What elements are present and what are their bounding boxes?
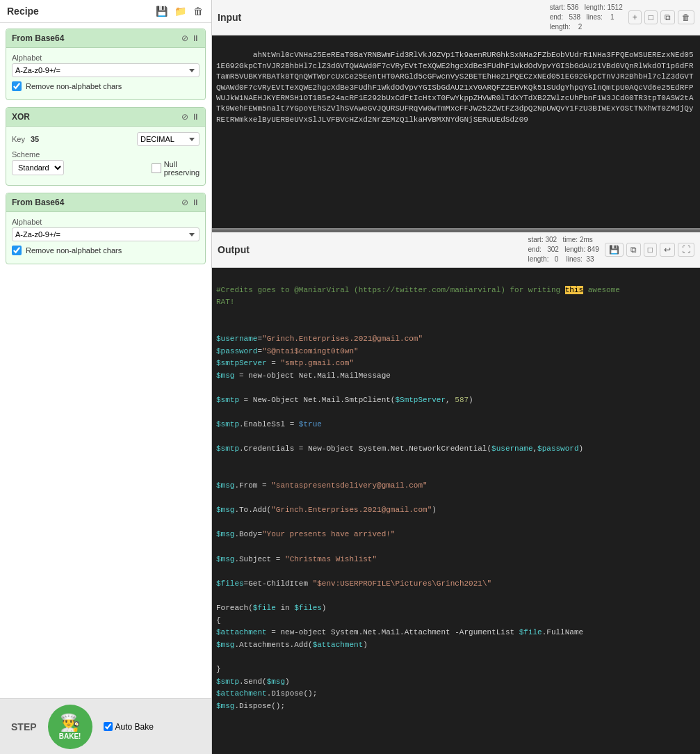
op2-disable-button[interactable]: ⊘ — [181, 198, 188, 207]
output-line3: $username="Grinch.Enterprises.2021@gmail… — [216, 335, 583, 710]
chef-icon: 👨‍🍳 — [60, 713, 81, 732]
output-section: Output start: 302 time: 2ms end: 302 len… — [212, 232, 700, 754]
step-label: STEP — [11, 721, 37, 732]
bake-button[interactable]: 👨‍🍳 BAKE! — [48, 705, 92, 749]
output-copy-button[interactable]: ⧉ — [626, 243, 641, 257]
input-stat-end: end: 538 lines: 1 — [550, 13, 614, 21]
op1-alphabet-label: Alphabet — [12, 54, 200, 62]
operation-from-base64-2: From Base64 ⊘ ⏸ Alphabet A-Za-z0-9+/= — [6, 193, 206, 264]
op2-title: From Base64 — [12, 198, 181, 207]
input-add-button[interactable]: + — [628, 10, 642, 24]
operation-xor: XOR ⊘ ⏸ Key 35 DECIMAL HEX UTF8 — [6, 107, 206, 186]
auto-bake-checkbox[interactable] — [104, 722, 113, 731]
output-comment: #Credits goes to @ManiarViral (https://t… — [216, 286, 620, 307]
xor-scheme-label: Scheme — [12, 150, 147, 159]
operation-header-xor: XOR ⊘ ⏸ — [6, 108, 205, 127]
op1-body: Alphabet A-Za-z0-9+/= Remove non-alphabe… — [6, 48, 205, 99]
op1-remove-label: Remove non-alphabet chars — [26, 82, 122, 90]
input-delete-button[interactable]: 🗑 — [678, 10, 694, 24]
bottom-bar: STEP 👨‍🍳 BAKE! Auto Bake — [0, 698, 211, 754]
input-section: Input start: 536 length: 1512 end: 538 l… — [212, 0, 700, 230]
op2-alphabet-select[interactable]: A-Za-z0-9+/= — [12, 227, 200, 241]
output-fullscreen-button[interactable]: ⛶ — [678, 243, 694, 257]
op-xor-pause-button[interactable]: ⏸ — [191, 112, 200, 122]
operation-header-1: From Base64 ⊘ ⏸ — [6, 29, 205, 48]
left-panel: Recipe 💾 📁 🗑 From Base64 ⊘ ⏸ — [0, 0, 212, 754]
auto-bake-label: Auto Bake — [115, 722, 154, 732]
xor-key-label: Key — [12, 135, 25, 143]
input-text: ahNtWnl0cVNHa25EeREaT0BaYRNBWmFid3RlVkJ0… — [216, 51, 694, 123]
recipe-content: From Base64 ⊘ ⏸ Alphabet A-Za-z0-9+/= — [0, 23, 211, 698]
op1-remove-row: Remove non-alphabet chars — [12, 81, 200, 91]
input-toolbar: + □ ⧉ 🗑 — [628, 10, 694, 24]
xor-key-value: 35 — [31, 135, 39, 143]
output-stat-start: start: 302 time: 2ms — [528, 236, 592, 243]
op1-alphabet-select[interactable]: A-Za-z0-9+/= — [12, 63, 200, 77]
op2-remove-label: Remove non-alphabet chars — [26, 246, 122, 255]
delete-recipe-button[interactable]: 🗑 — [192, 4, 204, 18]
op-xor-body: Key 35 DECIMAL HEX UTF8 Scheme — [6, 127, 205, 185]
right-panel: Input start: 536 length: 1512 end: 538 l… — [212, 0, 700, 754]
xor-scheme-select[interactable]: Standard — [12, 160, 64, 175]
op2-remove-checkbox[interactable] — [12, 246, 22, 255]
output-save-button[interactable]: 💾 — [605, 243, 624, 257]
input-open-button[interactable]: □ — [644, 10, 658, 24]
xor-null-checkbox[interactable] — [152, 163, 161, 173]
op2-pause-button[interactable]: ⏸ — [191, 198, 200, 207]
xor-key-row: Key 35 DECIMAL HEX UTF8 — [12, 132, 200, 146]
op1-disable-button[interactable]: ⊘ — [181, 33, 188, 43]
op1-pause-button[interactable]: ⏸ — [191, 33, 200, 43]
op2-body: Alphabet A-Za-z0-9+/= Remove non-alphabe… — [6, 212, 205, 264]
op2-controls: ⊘ ⏸ — [181, 198, 200, 207]
output-toolbar: 💾 ⧉ □ ↩ ⛶ — [605, 243, 694, 257]
op-xor-disable-button[interactable]: ⊘ — [181, 112, 188, 122]
input-stat-start: start: 536 length: 1512 — [550, 3, 623, 11]
op1-alphabet-row: Alphabet A-Za-z0-9+/= — [12, 54, 200, 77]
bake-label: BAKE! — [59, 732, 81, 740]
auto-bake-group: Auto Bake — [104, 722, 154, 732]
output-stats: start: 302 time: 2ms end: 302 length: 84… — [528, 235, 599, 264]
output-content-area[interactable]: #Credits goes to @ManiarViral (https://t… — [212, 268, 700, 754]
op2-remove-row: Remove non-alphabet chars — [12, 246, 200, 255]
operation-header-2: From Base64 ⊘ ⏸ — [6, 193, 205, 212]
input-title: Input — [218, 12, 544, 23]
xor-null-group: Nullpreserving — [152, 160, 200, 177]
recipe-title: Recipe — [7, 6, 150, 17]
op2-alphabet-row: Alphabet A-Za-z0-9+/= — [12, 218, 200, 241]
input-copy-button[interactable]: ⧉ — [660, 10, 675, 24]
op1-title: From Base64 — [12, 33, 181, 43]
output-stat-length: length: 0 lines: 33 — [528, 255, 594, 263]
auto-bake-row: Auto Bake — [104, 722, 154, 732]
op-xor-controls: ⊘ ⏸ — [181, 112, 200, 122]
xor-null-label: Nullpreserving — [164, 160, 200, 177]
op1-remove-checkbox[interactable] — [12, 81, 22, 91]
save-recipe-button[interactable]: 💾 — [154, 4, 169, 18]
output-header: Output start: 302 time: 2ms end: 302 len… — [212, 232, 700, 268]
op1-controls: ⊘ ⏸ — [181, 33, 200, 43]
output-open-button[interactable]: □ — [644, 243, 657, 257]
output-stat-end: end: 302 length: 849 — [528, 246, 599, 253]
recipe-header: Recipe 💾 📁 🗑 — [0, 0, 211, 23]
open-recipe-button[interactable]: 📁 — [173, 4, 188, 18]
xor-decimal-select[interactable]: DECIMAL HEX UTF8 — [137, 132, 200, 146]
operation-from-base64-1: From Base64 ⊘ ⏸ Alphabet A-Za-z0-9+/= — [6, 29, 206, 100]
op2-alphabet-label: Alphabet — [12, 218, 200, 226]
input-content-area[interactable]: ahNtWnl0cVNHa25EeREaT0BaYRNBWmFid3RlVkJ0… — [212, 35, 700, 228]
input-stat-length: length: 2 — [550, 23, 583, 31]
output-undo-button[interactable]: ↩ — [660, 243, 675, 257]
recipe-toolbar: 💾 📁 🗑 — [154, 4, 204, 18]
output-title: Output — [218, 244, 522, 255]
xor-scheme-row: Scheme Standard Nullpreserving — [12, 150, 200, 177]
input-header: Input start: 536 length: 1512 end: 538 l… — [212, 0, 700, 35]
op-xor-title: XOR — [12, 112, 181, 122]
input-stats: start: 536 length: 1512 end: 538 lines: … — [550, 3, 623, 32]
